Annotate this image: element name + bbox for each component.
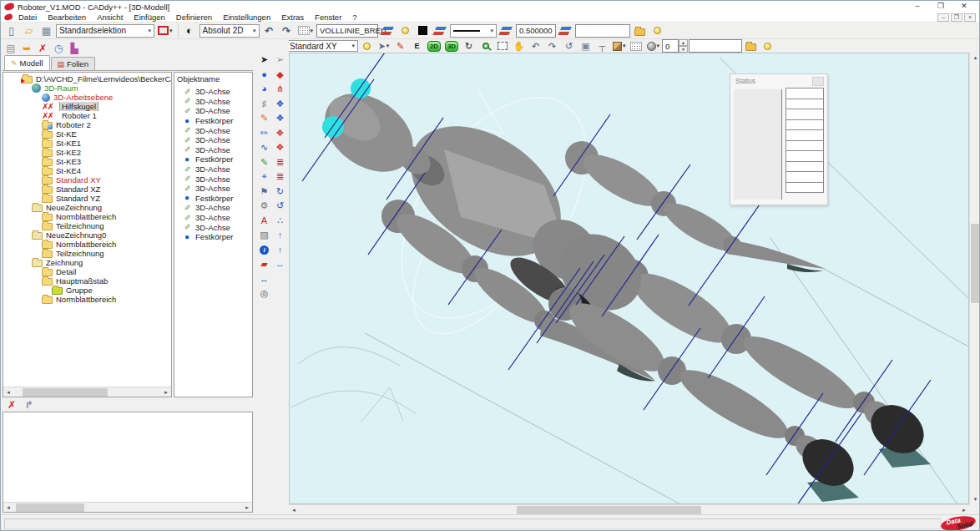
layer-linewidth-button[interactable]	[558, 23, 573, 38]
grid-settings-button[interactable]: ▾	[296, 23, 316, 38]
copy-up-icon[interactable]: ↱	[23, 398, 36, 411]
tree-item[interactable]: Teilzeichnung	[3, 249, 171, 258]
view-folder-button[interactable]	[743, 40, 759, 53]
object-list-item[interactable]: 3D-Achse	[177, 213, 252, 223]
spin-up-button[interactable]: ▲	[679, 39, 688, 46]
pan-button[interactable]: ✋	[511, 40, 527, 53]
coordinate-mode-combo[interactable]: Absolut 2D▾	[200, 24, 260, 38]
solid-red-tool[interactable]: ◆	[272, 68, 288, 83]
tree-item[interactable]: St-KE	[3, 129, 171, 139]
view-plane-combo[interactable]: Standard XY▾	[286, 40, 358, 52]
object-list-item[interactable]: Festkörper	[177, 194, 252, 204]
plane-visibility-button[interactable]	[359, 40, 375, 53]
center-point-tool[interactable]: ◎	[256, 286, 272, 301]
tree-item[interactable]: Normblattbereich	[3, 295, 171, 304]
text-tool[interactable]: A	[256, 214, 272, 229]
view-visibility-button[interactable]	[760, 40, 775, 53]
curve-tool[interactable]: ∿	[256, 140, 272, 155]
status-window-button[interactable]	[812, 77, 824, 86]
rotate-cw-tool[interactable]: ↻	[272, 185, 288, 200]
view-undo-button[interactable]: ↶	[528, 40, 543, 53]
hatch-tool[interactable]: ▨	[256, 228, 272, 243]
minimize-button[interactable]: –	[906, 1, 929, 13]
mdi-close-button[interactable]: ×	[964, 13, 976, 22]
render-mode-button[interactable]: ▾	[611, 40, 628, 53]
flag-tool[interactable]: ⚑	[256, 185, 272, 200]
pencil-orange-tool[interactable]: ✎	[256, 111, 272, 126]
angle-spinner[interactable]: 0 ▲ ▼	[662, 39, 688, 53]
viewport-vertical-scrollbar[interactable]: ▲ ▼	[969, 53, 980, 504]
tree-item[interactable]: Normblattbereich	[3, 240, 171, 249]
zoom-sheet-button[interactable]: ▣	[578, 40, 594, 53]
folder-options-button[interactable]	[632, 23, 648, 38]
pick-outline-tool[interactable]: ➢	[272, 53, 288, 68]
view-redo-button[interactable]: ↷	[544, 40, 560, 53]
tree-item[interactable]: St-KE2	[3, 148, 171, 157]
select-tool[interactable]: ➤	[256, 53, 272, 68]
sheet-icon[interactable]: ▤	[4, 42, 18, 54]
mdi-minimize-button[interactable]: –	[937, 13, 949, 22]
status-field[interactable]	[786, 109, 824, 120]
selection-color-button[interactable]: ▾	[156, 23, 174, 38]
status-field[interactable]	[786, 171, 824, 183]
object-list-item[interactable]: 3D-Achse	[177, 97, 252, 107]
linetype-input[interactable]: VOLLLINIE_BREIT	[316, 24, 378, 38]
pointer-mode-button[interactable]: ➤▾	[376, 40, 391, 53]
viewport-horizontal-scrollbar[interactable]: ◄ ►	[289, 504, 969, 514]
move-diamond-red-tool[interactable]: ❖	[272, 126, 288, 141]
menu-item[interactable]: Extras	[276, 13, 309, 22]
axis-settings-tool[interactable]: ⚙	[256, 199, 272, 214]
tree-horizontal-scrollbar[interactable]: ◄ ►	[3, 387, 171, 397]
pattern-button[interactable]	[629, 40, 644, 53]
new-file-button[interactable]: ▯	[3, 23, 19, 38]
object-list-item[interactable]: 3D-Achse	[177, 203, 252, 213]
linewidth-input[interactable]: 0.500000	[516, 24, 556, 38]
stats-icon[interactable]: ▙	[68, 42, 81, 54]
move-diamond-tool[interactable]: ❖	[272, 97, 288, 112]
object-list-item[interactable]: 3D-Achse	[177, 174, 252, 184]
mode-3d-button[interactable]: 3D	[443, 40, 460, 53]
scroll-left-icon[interactable]: ◄	[3, 505, 13, 510]
visibility-button[interactable]	[649, 23, 665, 38]
move-diamond-red-tool-2[interactable]: ❖	[272, 140, 288, 155]
line-color-swatch[interactable]	[415, 23, 431, 38]
object-list-item[interactable]: 3D-Achse	[177, 87, 252, 97]
shading-button[interactable]: ▾	[645, 40, 662, 53]
snap-point-tool[interactable]: ⌖	[256, 169, 272, 185]
element-info-button[interactable]: E	[409, 40, 425, 53]
object-list-item[interactable]: 3D-Achse	[177, 184, 252, 194]
scroll-left-icon[interactable]: ◄	[289, 508, 299, 513]
menu-item[interactable]: Datei	[13, 13, 42, 22]
status-field[interactable]	[786, 182, 824, 194]
arrow-up-tool-2[interactable]: ↑	[272, 243, 288, 258]
object-list-item[interactable]: 3D-Achse	[177, 164, 252, 174]
tree-item[interactable]: 3D-Arbeitsebene	[3, 93, 171, 102]
tree-item[interactable]: Roboter 1	[3, 111, 171, 120]
menu-item[interactable]: Fenster	[310, 13, 346, 22]
tree-item[interactable]: 3D-Raum	[3, 83, 171, 93]
move-diamond-tool-2[interactable]: ❖	[272, 111, 288, 126]
restore-button[interactable]: ❐	[929, 1, 952, 13]
mode-2d-button[interactable]: 2D	[426, 40, 442, 53]
view-extra-input[interactable]	[689, 39, 742, 53]
h-arrows-tool-2[interactable]: ↔	[256, 272, 272, 287]
layer-linetype-button[interactable]	[380, 23, 396, 38]
scroll-right-icon[interactable]: ►	[242, 505, 252, 510]
tree-item[interactable]: Standard XZ	[3, 185, 171, 194]
mdi-restore-button[interactable]: ❐	[951, 13, 962, 22]
orbit-view-button[interactable]: ↺	[561, 40, 577, 53]
message-output-area[interactable]	[3, 412, 252, 502]
orbit-sphere-tool[interactable]: ◕	[256, 82, 272, 97]
layer-linestyle-button[interactable]	[498, 23, 514, 38]
scroll-left-icon[interactable]: ◄	[3, 390, 13, 395]
zoom-in-button[interactable]	[477, 40, 493, 53]
rotate-ccw-tool[interactable]: ↺	[272, 199, 288, 214]
import-folder-icon[interactable]: ➥	[20, 42, 33, 54]
number-grid-tool[interactable]: ≣	[272, 155, 288, 170]
rotate-view-button[interactable]: ↻	[461, 40, 477, 53]
linestyle-combo[interactable]: ▾	[450, 24, 497, 38]
open-file-button[interactable]: ▱	[21, 23, 37, 38]
angle-input[interactable]: 0	[662, 39, 679, 53]
status-field[interactable]	[786, 129, 824, 141]
arrow-up-tool[interactable]: ↑	[272, 228, 288, 243]
